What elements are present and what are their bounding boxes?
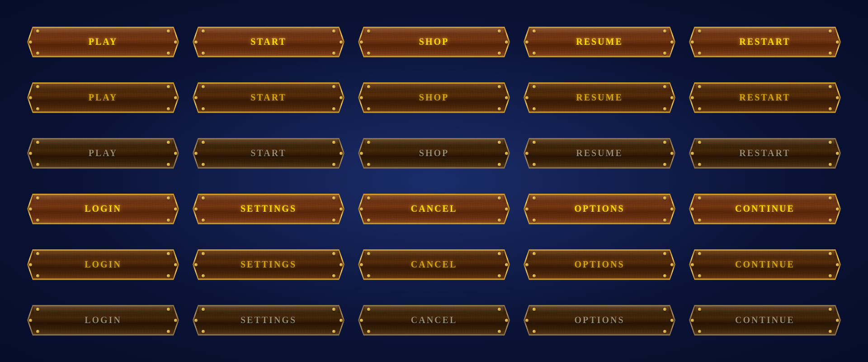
btn-label-play-r1: PLAY bbox=[89, 92, 118, 103]
btn-options-r5-c3: OPTIONS bbox=[524, 296, 675, 344]
btn-label-resume-r1: RESUME bbox=[576, 92, 623, 103]
btn-restart-r0-c4[interactable]: RESTART bbox=[689, 18, 841, 66]
btn-login-r5-c0: LOGIN bbox=[27, 296, 179, 344]
btn-shop-r1-c2[interactable]: SHOP bbox=[358, 74, 510, 121]
btn-label-login-r5: LOGIN bbox=[85, 315, 122, 325]
btn-login-r3-c0[interactable]: LOGIN bbox=[27, 185, 179, 233]
btn-play-r2-c0: PLAY bbox=[27, 129, 179, 177]
btn-label-shop-r1: SHOP bbox=[419, 92, 449, 103]
btn-play-r0-c0[interactable]: PLAY bbox=[27, 18, 179, 66]
btn-label-shop-r2: SHOP bbox=[419, 148, 449, 158]
btn-label-settings-r3: SETTINGS bbox=[241, 204, 297, 214]
btn-label-play-r2: PLAY bbox=[89, 148, 118, 158]
btn-label-continue-r3: CONTINUE bbox=[735, 204, 795, 214]
btn-label-cancel-r3: CANCEL bbox=[411, 204, 457, 214]
btn-start-r1-c1[interactable]: START bbox=[193, 74, 344, 121]
btn-resume-r2-c3: RESUME bbox=[524, 129, 675, 177]
btn-settings-r3-c1[interactable]: SETTINGS bbox=[193, 185, 344, 233]
btn-settings-r4-c1[interactable]: SETTINGS bbox=[193, 241, 344, 288]
btn-resume-r1-c3[interactable]: RESUME bbox=[524, 74, 675, 121]
button-grid: PLAYSTARTSHOPRESUMERESTARTPLAYSTARTSHOPR… bbox=[0, 0, 868, 362]
btn-restart-r1-c4[interactable]: RESTART bbox=[689, 74, 841, 121]
btn-cancel-r3-c2[interactable]: CANCEL bbox=[358, 185, 510, 233]
btn-label-start-r0: START bbox=[250, 37, 287, 47]
btn-label-shop-r0: SHOP bbox=[419, 37, 449, 47]
btn-label-options-r4: OPTIONS bbox=[574, 259, 624, 270]
btn-label-cancel-r4: CANCEL bbox=[411, 259, 457, 270]
btn-start-r2-c1: START bbox=[193, 129, 344, 177]
btn-label-settings-r5: SETTINGS bbox=[241, 315, 297, 325]
btn-options-r3-c3[interactable]: OPTIONS bbox=[524, 185, 675, 233]
btn-label-play-r0: PLAY bbox=[89, 37, 118, 47]
btn-label-restart-r1: RESTART bbox=[739, 92, 790, 103]
btn-label-start-r2: START bbox=[250, 148, 287, 158]
btn-label-continue-r5: CONTINUE bbox=[735, 315, 795, 325]
btn-label-cancel-r5: CANCEL bbox=[411, 315, 457, 325]
btn-label-resume-r2: RESUME bbox=[576, 148, 623, 158]
btn-continue-r5-c4: CONTINUE bbox=[689, 296, 841, 344]
btn-continue-r3-c4[interactable]: CONTINUE bbox=[689, 185, 841, 233]
btn-shop-r0-c2[interactable]: SHOP bbox=[358, 18, 510, 66]
btn-restart-r2-c4: RESTART bbox=[689, 129, 841, 177]
btn-login-r4-c0[interactable]: LOGIN bbox=[27, 241, 179, 288]
btn-play-r1-c0[interactable]: PLAY bbox=[27, 74, 179, 121]
btn-shop-r2-c2: SHOP bbox=[358, 129, 510, 177]
btn-resume-r0-c3[interactable]: RESUME bbox=[524, 18, 675, 66]
btn-options-r4-c3[interactable]: OPTIONS bbox=[524, 241, 675, 288]
btn-label-restart-r2: RESTART bbox=[739, 148, 790, 158]
btn-settings-r5-c1: SETTINGS bbox=[193, 296, 344, 344]
btn-label-continue-r4: CONTINUE bbox=[735, 259, 795, 270]
btn-label-start-r1: START bbox=[250, 92, 287, 103]
btn-label-resume-r0: RESUME bbox=[576, 37, 623, 47]
btn-start-r0-c1[interactable]: START bbox=[193, 18, 344, 66]
btn-label-settings-r4: SETTINGS bbox=[241, 259, 297, 270]
btn-label-login-r3: LOGIN bbox=[85, 204, 122, 214]
btn-cancel-r5-c2: CANCEL bbox=[358, 296, 510, 344]
btn-cancel-r4-c2[interactable]: CANCEL bbox=[358, 241, 510, 288]
btn-label-options-r5: OPTIONS bbox=[574, 315, 624, 325]
btn-label-login-r4: LOGIN bbox=[85, 259, 122, 270]
btn-continue-r4-c4[interactable]: CONTINUE bbox=[689, 241, 841, 288]
btn-label-options-r3: OPTIONS bbox=[574, 204, 624, 214]
btn-label-restart-r0: RESTART bbox=[739, 37, 790, 47]
